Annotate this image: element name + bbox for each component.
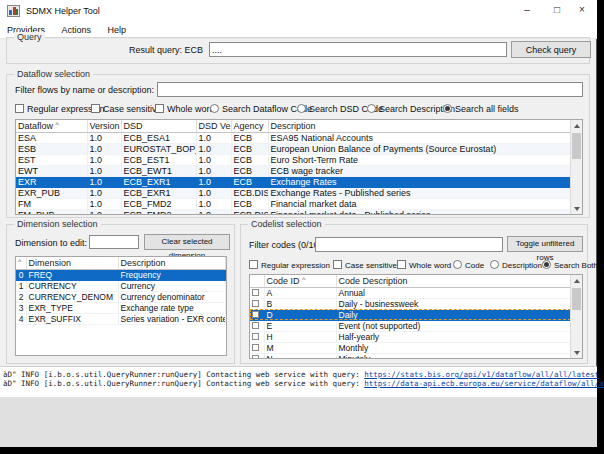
code-row-monthly[interactable]: MMonthly xyxy=(250,342,571,353)
table-row-fm[interactable]: FM1.0ECB_FMD21.0ECBFinancial market data xyxy=(16,198,571,209)
radio-icon xyxy=(367,104,376,113)
title-bar: SDMX Helper Tool – □ × xyxy=(0,0,597,22)
dimension-edit-input[interactable] xyxy=(89,235,139,249)
dimension-row-currency-denom[interactable]: 2CURRENCY_DENOMCurrency denominator xyxy=(16,291,226,302)
scrollbar-thumb[interactable] xyxy=(572,288,581,310)
radio-icon xyxy=(297,104,306,113)
code-radio[interactable]: Code xyxy=(453,260,484,271)
sort-asc-icon: ^ xyxy=(56,121,59,128)
dataflow-selection-group: Dataflow selection Filter flows by name … xyxy=(6,74,590,218)
case-sensitive-checkbox[interactable]: Case sensitive xyxy=(91,104,162,115)
codelist-scrollbar[interactable] xyxy=(570,275,582,358)
code-row-minutely[interactable]: NMinutely xyxy=(250,353,571,359)
search-description-radio[interactable]: Search Description xyxy=(367,104,455,115)
col-dim-description[interactable]: Description xyxy=(118,257,226,269)
dataflow-header-row: Dataflow ^ Version DSD DSD Ve... Agency … xyxy=(16,120,571,132)
radio-selected-icon xyxy=(443,104,452,113)
row-checkbox[interactable] xyxy=(252,300,259,307)
scroll-down-icon[interactable] xyxy=(571,347,583,358)
checkbox-icon xyxy=(155,104,164,113)
code-case-checkbox[interactable]: Case sensitive xyxy=(333,260,397,271)
col-dimension[interactable]: Dimension xyxy=(26,257,118,269)
table-row-exr-pub[interactable]: EXR_PUB1.0ECB_EXR11.0ECB.DISSExchange Ra… xyxy=(16,187,571,198)
col-code-description[interactable]: Code Description xyxy=(336,275,571,287)
check-query-button[interactable]: Check query xyxy=(511,41,591,58)
filter-codes-label: Filter codes (0/10): xyxy=(249,240,324,250)
radio-selected-icon xyxy=(542,260,551,269)
checkbox-icon xyxy=(15,104,24,113)
dimension-row-currency[interactable]: 1CURRENCYCurrency xyxy=(16,280,226,291)
dimension-group-label: Dimension selection xyxy=(14,219,101,229)
row-checkbox[interactable] xyxy=(252,289,259,296)
code-row-annual[interactable]: AAnnual xyxy=(250,287,571,298)
col-code-id[interactable]: Code ID ^ xyxy=(264,275,336,287)
result-query-input[interactable] xyxy=(209,42,507,57)
code-row-event[interactable]: EEvent (not supported) xyxy=(250,320,571,331)
dimension-row-exr-type[interactable]: 3EXR_TYPEExchange rate type xyxy=(16,302,226,313)
col-description[interactable]: Description xyxy=(268,120,571,132)
flow-filter-label: Filter flows by name or description: xyxy=(15,85,154,95)
query-group-label: Query xyxy=(14,32,45,42)
row-checkbox[interactable] xyxy=(252,344,259,351)
minimize-button[interactable]: – xyxy=(512,0,542,22)
dimension-edit-label: Dimension to edit: xyxy=(15,238,87,248)
codelist-selection-group: Codelist selection Filter codes (0/10): … xyxy=(240,224,588,364)
checkbox-icon xyxy=(249,260,258,269)
row-checkbox[interactable] xyxy=(252,355,259,360)
table-row-fm-pub[interactable]: FM_PUB1.0ECB_FMD21.0ECB.DISSFinancial ma… xyxy=(16,209,571,215)
close-button[interactable]: × xyxy=(567,0,597,22)
sort-asc-icon: ^ xyxy=(302,276,305,283)
filter-codes-input[interactable] xyxy=(315,237,503,252)
checkbox-icon xyxy=(397,260,406,269)
dimension-row-exr-suffix[interactable]: 4EXR_SUFFIXSeries variation - EXR contex… xyxy=(16,313,226,324)
codelist-header-row: Code ID ^ Code Description xyxy=(250,275,571,287)
col-version[interactable]: Version xyxy=(87,120,121,132)
col-agency[interactable]: Agency xyxy=(231,120,268,132)
log-line: àD" INFO [i.b.o.s.util.QueryRunner:runQu… xyxy=(3,379,597,388)
row-checkbox[interactable] xyxy=(252,333,259,340)
menu-help[interactable]: Help xyxy=(101,22,134,38)
row-checkbox[interactable] xyxy=(252,311,259,318)
scrollbar-thumb[interactable] xyxy=(572,133,581,159)
result-query-label: Result query: ECB xyxy=(7,45,203,55)
table-row-esb[interactable]: ESB1.0EUROSTAT_BOP_011.0ECBEuropean Unio… xyxy=(16,143,571,154)
row-checkbox[interactable] xyxy=(252,322,259,329)
col-check xyxy=(250,275,264,287)
col-dsd[interactable]: DSD xyxy=(121,120,196,132)
app-icon xyxy=(7,5,20,17)
toggle-unfiltered-button[interactable]: Toggle unfiltered rows xyxy=(507,236,583,252)
scroll-down-icon[interactable] xyxy=(571,203,583,214)
scroll-up-icon[interactable] xyxy=(571,275,583,286)
description-radio[interactable]: Description xyxy=(490,260,542,271)
code-row-daily-selected[interactable]: DDaily xyxy=(250,309,571,320)
dataflow-scrollbar[interactable] xyxy=(570,120,582,214)
clear-dimension-button[interactable]: Clear selected dimension xyxy=(144,234,230,250)
codelist-group-label: Codelist selection xyxy=(248,219,325,229)
whole-word-checkbox[interactable]: Whole word xyxy=(155,104,215,115)
code-row-half-yearly[interactable]: HHalf-yearly xyxy=(250,331,571,342)
search-all-fields-radio[interactable]: Search all fields xyxy=(443,104,519,115)
status-area xyxy=(0,397,597,447)
scroll-up-icon[interactable] xyxy=(571,120,583,131)
window-title: SDMX Helper Tool xyxy=(26,0,100,22)
search-both-radio[interactable]: Search Both xyxy=(542,260,598,271)
log-link-ecb[interactable]: https://data-api.ecb.europa.eu/service/d… xyxy=(364,379,604,388)
flow-filter-input[interactable] xyxy=(157,82,583,97)
code-regex-checkbox[interactable]: Regular expression xyxy=(249,260,330,271)
table-row-ewt[interactable]: EWT1.0ECB_EWT11.0ECBECB wage tracker xyxy=(16,165,571,176)
table-row-esa[interactable]: ESA1.0ECB_ESA11.0ECBESA95 National Accou… xyxy=(16,132,571,143)
code-row-businessweek[interactable]: BDaily - businessweek xyxy=(250,298,571,309)
log-link-bis[interactable]: https://stats.bis.org/api/v1/dataflow/al… xyxy=(364,370,599,379)
table-row-est[interactable]: EST1.0ECB_EST11.0ECBEuro Short-Term Rate xyxy=(16,154,571,165)
app-window: SDMX Helper Tool – □ × Providers Actions… xyxy=(0,0,597,447)
col-dataflow[interactable]: Dataflow ^ xyxy=(16,120,87,132)
menu-actions[interactable]: Actions xyxy=(55,22,99,38)
col-dsd-version[interactable]: DSD Ve... xyxy=(196,120,231,132)
radio-icon xyxy=(490,260,499,269)
dimension-row-freq-selected[interactable]: 0FREQFrequency xyxy=(16,269,226,280)
radio-icon xyxy=(453,260,462,269)
col-index[interactable]: ^ xyxy=(16,257,26,269)
table-row-exr-selected[interactable]: EXR1.0ECB_EXR11.0ECBExchange Rates xyxy=(16,176,571,187)
code-whole-word-checkbox[interactable]: Whole word xyxy=(397,260,451,271)
dataflow-table: Dataflow ^ Version DSD DSD Ve... Agency … xyxy=(15,119,583,215)
